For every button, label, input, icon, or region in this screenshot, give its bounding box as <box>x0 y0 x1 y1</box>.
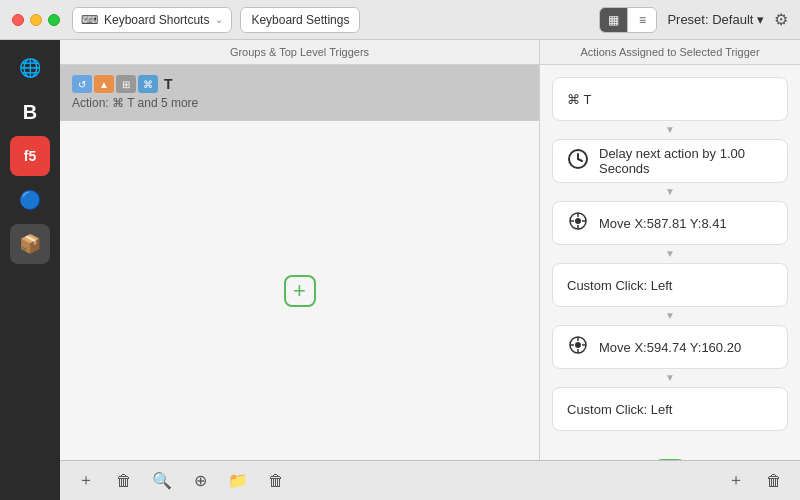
search-icon: 🔍 <box>152 471 172 490</box>
add-bottom-left-button[interactable]: ＋ <box>72 467 100 495</box>
action-label-click1: Custom Click: Left <box>567 278 672 293</box>
app-icon: 📦 <box>19 233 41 255</box>
action-card-move2[interactable]: Move X:594.74 Y:160.20 <box>552 325 788 369</box>
action-card-click1[interactable]: Custom Click: Left <box>552 263 788 307</box>
bottom-bar-left: ＋ 🗑 🔍 ⊕ 📁 🗑 <box>72 467 552 495</box>
folder-button[interactable]: 📁 <box>224 467 252 495</box>
sidebar-item-f5[interactable]: f5 <box>10 136 50 176</box>
trigger-subtitle: Action: ⌘ T and 5 more <box>72 96 527 110</box>
trigger-icon-set: ↺ ▲ ⊞ ⌘ T <box>72 75 527 93</box>
action-card-delay[interactable]: Delay next action by 1.00 Seconds <box>552 139 788 183</box>
refresh-icon: ↺ <box>72 75 92 93</box>
traffic-lights <box>12 14 60 26</box>
grid-icon: ⊞ <box>116 75 136 93</box>
bear-icon: B <box>23 101 37 124</box>
view-toggles: ▦ ≡ <box>599 7 657 33</box>
sidebar: 🌐 B f5 🔵 📦 <box>0 40 60 500</box>
globe-icon: 🌐 <box>19 57 41 79</box>
svg-point-10 <box>575 342 581 348</box>
grid-view-button[interactable]: ▦ <box>600 8 628 32</box>
list-view-button[interactable]: ≡ <box>628 8 656 32</box>
column-headers: Groups & Top Level Triggers Actions Assi… <box>60 40 800 65</box>
left-column: ↺ ▲ ⊞ ⌘ T Action: ⌘ T and 5 more + <box>60 65 540 460</box>
action-label-delay: Delay next action by 1.00 Seconds <box>599 146 773 176</box>
keyboard-icon: ⌨ <box>81 13 98 27</box>
close-button[interactable] <box>12 14 24 26</box>
finder-icon: 🔵 <box>19 189 41 211</box>
connector-1: ▼ <box>552 125 788 135</box>
sidebar-item-active[interactable]: 📦 <box>10 224 50 264</box>
add-bottom-right-button[interactable]: ＋ <box>722 467 750 495</box>
svg-point-4 <box>575 218 581 224</box>
connector-2: ▼ <box>552 187 788 197</box>
search-bottom-button[interactable]: 🔍 <box>148 467 176 495</box>
delete-bottom-right-button[interactable]: 🗑 <box>760 467 788 495</box>
right-add-area: + <box>552 439 788 460</box>
keyboard-settings-button[interactable]: Keyboard Settings <box>240 7 360 33</box>
sidebar-item-finder[interactable]: 🔵 <box>10 180 50 220</box>
add-group-button[interactable]: ⊕ <box>186 467 214 495</box>
trigger-item[interactable]: ↺ ▲ ⊞ ⌘ T Action: ⌘ T and 5 more <box>60 65 539 121</box>
bottom-bar-right: ＋ 🗑 <box>552 467 788 495</box>
dropdown-label: Keyboard Shortcuts <box>104 13 209 27</box>
preset-label: Preset: Default ▾ <box>667 12 764 27</box>
sidebar-item-globe[interactable]: 🌐 <box>10 48 50 88</box>
action-card-click2[interactable]: Custom Click: Left <box>552 387 788 431</box>
mouse-move-icon-1 <box>567 210 589 237</box>
f5-icon: f5 <box>24 148 36 164</box>
action-label-move2: Move X:594.74 Y:160.20 <box>599 340 741 355</box>
add-trigger-button[interactable]: + <box>284 275 316 307</box>
title-bar: ⌨ Keyboard Shortcuts ⌄ Keyboard Settings… <box>0 0 800 40</box>
two-columns: ↺ ▲ ⊞ ⌘ T Action: ⌘ T and 5 more + ⌘ T <box>60 65 800 460</box>
content-pane: Groups & Top Level Triggers Actions Assi… <box>60 40 800 500</box>
type-dropdown[interactable]: ⌨ Keyboard Shortcuts ⌄ <box>72 7 232 33</box>
minimize-button[interactable] <box>30 14 42 26</box>
right-column: ⌘ T ▼ Delay next action by 1.00 Seconds … <box>540 65 800 460</box>
connector-5: ▼ <box>552 373 788 383</box>
chevron-down-icon: ⌄ <box>215 14 223 25</box>
delete-group-button[interactable]: 🗑 <box>262 467 290 495</box>
action-card-cmd-t[interactable]: ⌘ T <box>552 77 788 121</box>
gear-button[interactable]: ⚙ <box>774 10 788 29</box>
connector-4: ▼ <box>552 311 788 321</box>
main-area: 🌐 B f5 🔵 📦 Groups & Top Level Triggers A… <box>0 40 800 500</box>
bottom-bar: ＋ 🗑 🔍 ⊕ 📁 🗑 ＋ 🗑 <box>60 460 800 500</box>
action-card-move1[interactable]: Move X:587.81 Y:8.41 <box>552 201 788 245</box>
action-label-move1: Move X:587.81 Y:8.41 <box>599 216 727 231</box>
sidebar-item-bear[interactable]: B <box>10 92 50 132</box>
action-label-click2: Custom Click: Left <box>567 402 672 417</box>
left-column-empty: + <box>60 121 539 460</box>
right-column-header: Actions Assigned to Selected Trigger <box>540 40 800 64</box>
delete-bottom-left-button[interactable]: 🗑 <box>110 467 138 495</box>
clock-icon <box>567 148 589 175</box>
cmd-icon: ⌘ <box>138 75 158 93</box>
arrow-icon: ▲ <box>94 75 114 93</box>
left-column-header: Groups & Top Level Triggers <box>60 40 540 64</box>
connector-3: ▼ <box>552 249 788 259</box>
title-bar-right: ▦ ≡ Preset: Default ▾ ⚙ <box>599 7 788 33</box>
action-label-cmd-t: ⌘ T <box>567 92 591 107</box>
maximize-button[interactable] <box>48 14 60 26</box>
trigger-key: T <box>164 76 173 92</box>
mouse-move-icon-2 <box>567 334 589 361</box>
